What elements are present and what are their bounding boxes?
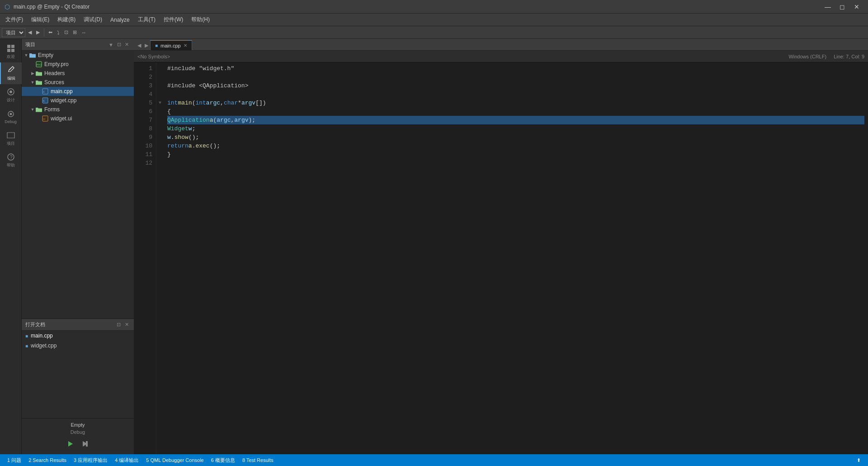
line-number: 8 (134, 124, 152, 133)
project-panel: 项目 ▼ ⊡ ✕ ▼EmptyPROEmpty.pro▶Headers▼Sour… (22, 39, 134, 454)
line-number: 1 (134, 64, 152, 73)
tree-icon-cpp-file: C (42, 88, 49, 95)
code-line: return a.exec(); (167, 142, 864, 150)
app-icon: ⬡ (5, 3, 10, 10)
tree-label: Empty.pro (44, 61, 69, 67)
sidebar-item-design[interactable]: 设计 (0, 84, 22, 106)
tab-nav-right[interactable]: ▶ (143, 40, 150, 50)
status-tab-test-results[interactable]: 8 Test Results (239, 454, 277, 466)
svg-point-5 (9, 90, 12, 93)
code-line: QApplication a(argc, argv); (167, 116, 864, 124)
debug-section: Empty Debug (22, 418, 134, 454)
maximize-button[interactable]: ◻ (835, 2, 849, 11)
tree-icon-folder (35, 70, 42, 76)
sidebar-item-help[interactable]: ? 帮助 (0, 149, 22, 171)
panel-close-button[interactable]: ✕ (123, 41, 130, 48)
tree-item-headers[interactable]: ▶Headers (22, 69, 134, 78)
menu-build[interactable]: 构建(B) (54, 15, 79, 25)
panel-sync-button[interactable]: ⊡ (116, 41, 123, 48)
tree-item-forms[interactable]: ▼Forms (22, 105, 134, 114)
code-line: } (167, 150, 864, 159)
content-area: ◀ ▶ ■ main.cpp ✕ <No Symbols> Windows (C… (134, 39, 868, 454)
status-tab-search[interactable]: 2 Search Results (25, 454, 70, 466)
panel-header-controls: ▼ ⊡ ✕ (107, 41, 130, 48)
open-doc-item-main-cpp-doc[interactable]: ■main.cpp (22, 331, 134, 341)
doc-label: widget.cpp (31, 342, 57, 349)
fold-indicator[interactable]: ▼ (156, 99, 164, 107)
sidebar-item-edit[interactable]: 编辑 (0, 62, 22, 84)
tree-item-empty-root[interactable]: ▼Empty (22, 51, 134, 60)
svg-rect-2 (7, 49, 10, 52)
open-docs-header: 打开文档 ⊡ ✕ (22, 319, 134, 331)
code-line: #include "widget.h" (167, 64, 864, 73)
sidebar-item-projects[interactable]: 项目 (0, 128, 22, 149)
panel-filter-button[interactable]: ▼ (107, 41, 115, 48)
run-with-settings-button[interactable] (80, 438, 90, 451)
status-tab-general-info[interactable]: 6 概要信息 (208, 454, 239, 466)
tree-icon-folder (35, 79, 42, 86)
tree-icon-folder (35, 106, 42, 113)
nav-forward-button[interactable]: ▶ (34, 28, 42, 38)
code-editor[interactable]: 123456789101112 ▼ #include "widget.h" #i… (134, 62, 868, 454)
tab-label: main.cpp (160, 43, 181, 48)
menu-file[interactable]: 文件(F) (2, 15, 27, 25)
project-panel-title: 项目 (25, 41, 35, 48)
code-content[interactable]: #include "widget.h" #include <QApplicati… (164, 62, 868, 454)
tab-close-button[interactable]: ✕ (184, 43, 187, 48)
toolbar-btn-4[interactable]: ⊞ (71, 28, 79, 38)
menu-analyze[interactable]: Analyze (107, 15, 133, 25)
toolbar-btn-2[interactable]: ⤵ (55, 28, 61, 38)
run-button[interactable] (65, 438, 76, 451)
tree-arrow: ▼ (30, 80, 35, 85)
toolbar: 项目 ◀ ▶ ⬅ ⤵ ⊡ ⊞ ↔ (0, 26, 868, 39)
menu-debug[interactable]: 调试(D) (80, 15, 106, 25)
debug-config-label: Debug (71, 429, 85, 435)
tab-nav-left[interactable]: ◀ (136, 40, 143, 50)
code-line (167, 90, 864, 99)
svg-marker-18 (68, 441, 73, 447)
tree-item-empty-pro[interactable]: PROEmpty.pro (22, 60, 134, 69)
menu-tools[interactable]: 工具(T) (134, 15, 159, 25)
project-combo[interactable]: 项目 (2, 28, 25, 37)
project-panel-header: 项目 ▼ ⊡ ✕ (22, 39, 134, 51)
line-number: 4 (134, 90, 152, 99)
menu-control[interactable]: 控件(W) (160, 15, 187, 25)
menu-edit[interactable]: 编辑(E) (28, 15, 53, 25)
status-tab-issues[interactable]: 1 问题 (4, 454, 25, 466)
nav-back-button[interactable]: ◀ (26, 28, 33, 38)
tree-label: widget.ui (51, 115, 72, 122)
svg-text:?: ? (10, 155, 13, 160)
toolbar-btn-5[interactable]: ↔ (80, 28, 88, 38)
line-number: 3 (134, 81, 152, 90)
tree-arrow: ▶ (30, 71, 35, 76)
toolbar-btn-3[interactable]: ⊡ (62, 28, 70, 38)
tree-item-widget-cpp[interactable]: Cwidget.cpp (22, 96, 134, 105)
open-docs-ctrl-2[interactable]: ✕ (123, 321, 130, 328)
svg-rect-0 (7, 45, 10, 48)
titlebar-title: main.cpp @ Empty - Qt Creator (14, 4, 90, 10)
minimize-button[interactable]: — (821, 2, 835, 11)
line-number: 11 (134, 150, 152, 159)
sidebar-debug-label: Debug (5, 119, 17, 124)
doc-label: main.cpp (31, 333, 53, 339)
tree-item-widget-ui[interactable]: UIwidget.ui (22, 114, 134, 123)
code-line: { (167, 107, 864, 116)
tree-item-sources[interactable]: ▼Sources (22, 78, 134, 87)
menu-help[interactable]: 帮助(H) (188, 15, 213, 25)
line-number: 10 (134, 142, 152, 150)
fold-indicator (156, 107, 164, 116)
sidebar-item-debug[interactable]: Debug (0, 106, 22, 128)
status-tab-app-output[interactable]: 3 应用程序输出 (70, 454, 111, 466)
status-tab-qml-debugger[interactable]: 5 QML Debugger Console (142, 454, 207, 466)
toolbar-btn-1[interactable]: ⬅ (47, 28, 54, 38)
cursor-position: Line: 7, Col: 9 (834, 54, 864, 59)
tree-item-main-cpp[interactable]: Cmain.cpp (22, 87, 134, 96)
tab-main-cpp[interactable]: ■ main.cpp ✕ (150, 40, 192, 50)
status-collapse-button[interactable]: ⬆ (853, 454, 864, 466)
line-number: 6 (134, 107, 152, 116)
sidebar-item-welcome[interactable]: 欢迎 (0, 41, 22, 62)
status-tab-compile-output[interactable]: 4 编译输出 (111, 454, 142, 466)
open-doc-item-widget-cpp-doc[interactable]: ■widget.cpp (22, 341, 134, 351)
close-button[interactable]: ✕ (850, 2, 863, 11)
open-docs-ctrl-1[interactable]: ⊡ (115, 321, 122, 328)
